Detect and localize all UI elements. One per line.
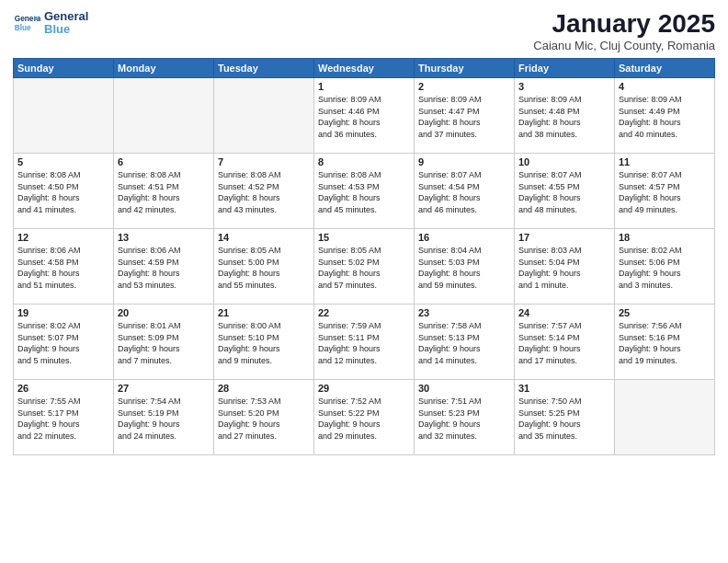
calendar-cell: 7Sunrise: 8:08 AM Sunset: 4:52 PM Daylig…	[214, 154, 314, 229]
logo: General Blue General Blue	[13, 9, 88, 37]
calendar-cell: 6Sunrise: 8:08 AM Sunset: 4:51 PM Daylig…	[114, 154, 214, 229]
calendar-cell: 18Sunrise: 8:02 AM Sunset: 5:06 PM Dayli…	[615, 229, 715, 304]
day-number: 17	[518, 232, 610, 243]
day-info: Sunrise: 8:09 AM Sunset: 4:46 PM Dayligh…	[318, 94, 410, 140]
day-info: Sunrise: 8:09 AM Sunset: 4:47 PM Dayligh…	[418, 94, 510, 140]
day-number: 15	[318, 232, 410, 243]
day-info: Sunrise: 8:03 AM Sunset: 5:04 PM Dayligh…	[518, 245, 610, 291]
logo-icon: General Blue	[13, 9, 40, 37]
calendar-week-1: 5Sunrise: 8:08 AM Sunset: 4:50 PM Daylig…	[14, 154, 715, 229]
month-title: January 2025	[533, 9, 715, 39]
calendar-cell: 15Sunrise: 8:05 AM Sunset: 5:02 PM Dayli…	[314, 229, 415, 304]
day-number: 14	[218, 232, 310, 243]
calendar-cell: 16Sunrise: 8:04 AM Sunset: 5:03 PM Dayli…	[415, 229, 515, 304]
day-info: Sunrise: 8:02 AM Sunset: 5:07 PM Dayligh…	[17, 320, 109, 366]
calendar-cell: 23Sunrise: 7:58 AM Sunset: 5:13 PM Dayli…	[415, 304, 515, 380]
day-number: 3	[518, 81, 610, 92]
day-info: Sunrise: 8:07 AM Sunset: 4:55 PM Dayligh…	[518, 169, 610, 215]
day-info: Sunrise: 8:04 AM Sunset: 5:03 PM Dayligh…	[418, 245, 510, 291]
day-number: 22	[318, 307, 410, 318]
calendar-cell: 10Sunrise: 8:07 AM Sunset: 4:55 PM Dayli…	[515, 154, 615, 229]
day-info: Sunrise: 8:06 AM Sunset: 4:59 PM Dayligh…	[118, 245, 210, 291]
day-info: Sunrise: 8:05 AM Sunset: 5:02 PM Dayligh…	[318, 245, 410, 291]
day-number: 23	[418, 307, 510, 318]
calendar-cell: 31Sunrise: 7:50 AM Sunset: 5:25 PM Dayli…	[515, 380, 615, 455]
day-info: Sunrise: 8:06 AM Sunset: 4:58 PM Dayligh…	[17, 245, 109, 291]
calendar-cell: 30Sunrise: 7:51 AM Sunset: 5:23 PM Dayli…	[415, 380, 515, 455]
calendar-header-row: SundayMondayTuesdayWednesdayThursdayFrid…	[14, 59, 715, 78]
day-info: Sunrise: 7:57 AM Sunset: 5:14 PM Dayligh…	[518, 320, 610, 366]
calendar-cell	[14, 78, 114, 154]
day-number: 21	[218, 307, 310, 318]
header: General Blue General Blue January 2025 C…	[13, 9, 715, 52]
calendar-cell: 17Sunrise: 8:03 AM Sunset: 5:04 PM Dayli…	[515, 229, 615, 304]
day-number: 9	[418, 156, 510, 167]
day-info: Sunrise: 8:05 AM Sunset: 5:00 PM Dayligh…	[218, 245, 310, 291]
calendar-cell: 21Sunrise: 8:00 AM Sunset: 5:10 PM Dayli…	[214, 304, 314, 380]
col-header-monday: Monday	[114, 59, 214, 78]
calendar-cell: 19Sunrise: 8:02 AM Sunset: 5:07 PM Dayli…	[14, 304, 114, 380]
calendar-cell: 20Sunrise: 8:01 AM Sunset: 5:09 PM Dayli…	[114, 304, 214, 380]
day-number: 7	[218, 156, 310, 167]
day-info: Sunrise: 8:09 AM Sunset: 4:48 PM Dayligh…	[518, 94, 610, 140]
location: Caianu Mic, Cluj County, Romania	[533, 39, 715, 52]
col-header-sunday: Sunday	[14, 59, 114, 78]
calendar-week-2: 12Sunrise: 8:06 AM Sunset: 4:58 PM Dayli…	[14, 229, 715, 304]
day-info: Sunrise: 8:08 AM Sunset: 4:53 PM Dayligh…	[318, 169, 410, 215]
calendar-cell	[114, 78, 214, 154]
day-number: 30	[418, 383, 510, 394]
day-info: Sunrise: 8:07 AM Sunset: 4:57 PM Dayligh…	[619, 169, 711, 215]
logo-blue: Blue	[44, 23, 88, 36]
day-number: 27	[118, 383, 210, 394]
day-number: 13	[118, 232, 210, 243]
day-info: Sunrise: 7:59 AM Sunset: 5:11 PM Dayligh…	[318, 320, 410, 366]
calendar-cell: 14Sunrise: 8:05 AM Sunset: 5:00 PM Dayli…	[214, 229, 314, 304]
day-number: 4	[619, 81, 711, 92]
calendar-cell: 22Sunrise: 7:59 AM Sunset: 5:11 PM Dayli…	[314, 304, 415, 380]
day-info: Sunrise: 8:08 AM Sunset: 4:52 PM Dayligh…	[218, 169, 310, 215]
col-header-wednesday: Wednesday	[314, 59, 415, 78]
col-header-friday: Friday	[515, 59, 615, 78]
calendar-cell: 13Sunrise: 8:06 AM Sunset: 4:59 PM Dayli…	[114, 229, 214, 304]
day-info: Sunrise: 7:53 AM Sunset: 5:20 PM Dayligh…	[218, 396, 310, 442]
calendar-table: SundayMondayTuesdayWednesdayThursdayFrid…	[13, 58, 715, 455]
day-number: 25	[619, 307, 711, 318]
calendar-week-4: 26Sunrise: 7:55 AM Sunset: 5:17 PM Dayli…	[14, 380, 715, 455]
day-info: Sunrise: 7:52 AM Sunset: 5:22 PM Dayligh…	[318, 396, 410, 442]
day-number: 6	[118, 156, 210, 167]
calendar-cell: 5Sunrise: 8:08 AM Sunset: 4:50 PM Daylig…	[14, 154, 114, 229]
day-info: Sunrise: 8:07 AM Sunset: 4:54 PM Dayligh…	[418, 169, 510, 215]
calendar-cell: 1Sunrise: 8:09 AM Sunset: 4:46 PM Daylig…	[314, 78, 415, 154]
calendar-cell: 4Sunrise: 8:09 AM Sunset: 4:49 PM Daylig…	[615, 78, 715, 154]
day-number: 18	[619, 232, 711, 243]
calendar-week-3: 19Sunrise: 8:02 AM Sunset: 5:07 PM Dayli…	[14, 304, 715, 380]
day-number: 11	[619, 156, 711, 167]
day-info: Sunrise: 8:08 AM Sunset: 4:51 PM Dayligh…	[118, 169, 210, 215]
day-info: Sunrise: 7:56 AM Sunset: 5:16 PM Dayligh…	[619, 320, 711, 366]
calendar-cell: 25Sunrise: 7:56 AM Sunset: 5:16 PM Dayli…	[615, 304, 715, 380]
calendar-cell	[615, 380, 715, 455]
page: General Blue General Blue January 2025 C…	[0, 0, 728, 563]
col-header-thursday: Thursday	[415, 59, 515, 78]
day-info: Sunrise: 7:58 AM Sunset: 5:13 PM Dayligh…	[418, 320, 510, 366]
day-info: Sunrise: 7:55 AM Sunset: 5:17 PM Dayligh…	[17, 396, 109, 442]
calendar-cell: 27Sunrise: 7:54 AM Sunset: 5:19 PM Dayli…	[114, 380, 214, 455]
calendar-cell: 11Sunrise: 8:07 AM Sunset: 4:57 PM Dayli…	[615, 154, 715, 229]
title-block: January 2025 Caianu Mic, Cluj County, Ro…	[533, 9, 715, 52]
day-info: Sunrise: 8:08 AM Sunset: 4:50 PM Dayligh…	[17, 169, 109, 215]
day-number: 16	[418, 232, 510, 243]
logo-general: General	[44, 10, 88, 23]
day-number: 5	[17, 156, 109, 167]
calendar-cell: 3Sunrise: 8:09 AM Sunset: 4:48 PM Daylig…	[515, 78, 615, 154]
svg-text:Blue: Blue	[15, 23, 31, 32]
calendar-cell: 2Sunrise: 8:09 AM Sunset: 4:47 PM Daylig…	[415, 78, 515, 154]
day-number: 28	[218, 383, 310, 394]
calendar-cell: 8Sunrise: 8:08 AM Sunset: 4:53 PM Daylig…	[314, 154, 415, 229]
day-number: 1	[318, 81, 410, 92]
col-header-tuesday: Tuesday	[214, 59, 314, 78]
col-header-saturday: Saturday	[615, 59, 715, 78]
calendar-cell	[214, 78, 314, 154]
calendar-cell: 9Sunrise: 8:07 AM Sunset: 4:54 PM Daylig…	[415, 154, 515, 229]
calendar-cell: 12Sunrise: 8:06 AM Sunset: 4:58 PM Dayli…	[14, 229, 114, 304]
day-number: 12	[17, 232, 109, 243]
